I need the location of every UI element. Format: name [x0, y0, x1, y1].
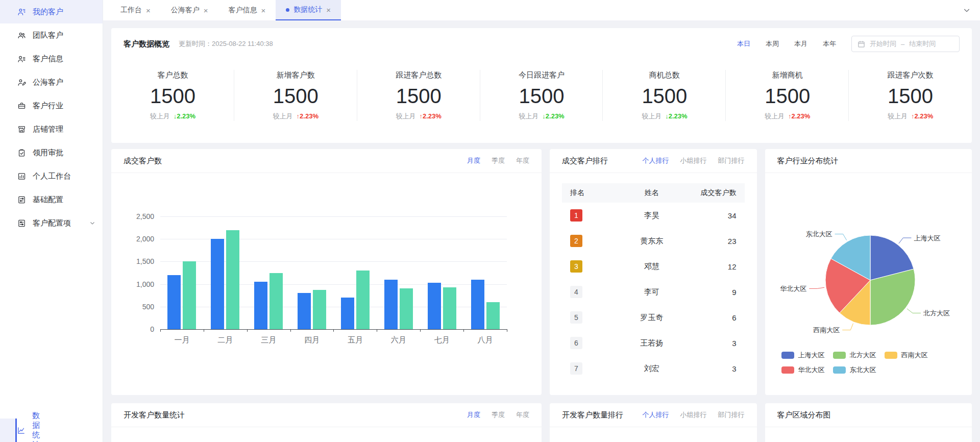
tab-数据统计[interactable]: 数据统计×	[276, 0, 341, 20]
date-range-picker[interactable]: 开始时间 – 结束时间	[851, 36, 960, 52]
table-row[interactable]: 3邓慧12	[562, 254, 745, 279]
sidebar: 我的客户团队客户客户信息公海客户客户行业店铺管理领用审批个人工作台基础配置数据统…	[0, 0, 103, 442]
table-row[interactable]: 6王若扬3	[562, 330, 745, 356]
range-本周[interactable]: 本周	[766, 39, 779, 48]
sidebar-item-个人工作台[interactable]: 个人工作台	[0, 164, 103, 188]
legend-item-北方大区[interactable]: 北方大区	[833, 351, 876, 360]
legend-item-西南大区[interactable]: 西南大区	[885, 351, 928, 360]
charts-row: 成交客户数 月度季度年度 2,5002,0001,5001,0005000一月二…	[111, 149, 972, 395]
deal-chart-header: 成交客户数 月度季度年度	[111, 149, 542, 173]
stat-compare: 较上月 ↑2.23%	[888, 112, 933, 121]
end-time-placeholder[interactable]: 结束时间	[909, 39, 936, 48]
sidebar-item-店铺管理[interactable]: 店铺管理	[0, 117, 103, 141]
bar-一月-green[interactable]	[183, 261, 196, 329]
ranking-table-header: 排名 姓名 成交客户数	[562, 183, 745, 203]
bar-七月-blue[interactable]	[428, 283, 441, 329]
sidebar-item-基础配置[interactable]: 基础配置	[0, 188, 103, 211]
sidebar-item-客户配置项[interactable]: 客户配置项	[0, 211, 103, 235]
stat-compare: 较上月 ↑2.23%	[396, 112, 441, 121]
stat-客户总数: 客户总数1500较上月 ↓2.23%	[111, 60, 234, 131]
tab-label: 数据统计	[293, 5, 322, 14]
tab-客户信息[interactable]: 客户信息×	[218, 0, 276, 20]
sidebar-item-数据统计[interactable]: 数据统计	[0, 419, 17, 442]
bar-六月-blue[interactable]	[384, 280, 398, 329]
rank-tab-个人排行[interactable]: 个人排行	[643, 156, 669, 165]
deal-tab-季度[interactable]: 季度	[492, 156, 505, 165]
stat-新增客户数: 新增客户数1500较上月 ↑2.23%	[234, 60, 357, 131]
bar-八月-blue[interactable]	[471, 280, 484, 329]
bar-四月-green[interactable]	[313, 290, 326, 329]
col-value: 成交客户数	[688, 188, 737, 198]
dev-rank-tab-部门排行[interactable]: 部门排行	[718, 410, 745, 420]
legend-item-华北大区[interactable]: 华北大区	[781, 365, 825, 375]
sidebar-item-label: 客户配置项	[33, 218, 71, 228]
bar-二月-green[interactable]	[226, 230, 239, 329]
bar-四月-blue[interactable]	[298, 293, 311, 329]
ranking-header: 成交客户排行 个人排行小组排行部门排行	[550, 149, 757, 173]
legend-item-上海大区[interactable]: 上海大区	[781, 351, 825, 360]
team-customer-icon	[17, 31, 26, 40]
table-row[interactable]: 1李昊34	[562, 203, 745, 228]
sidebar-item-团队客户[interactable]: 团队客户	[0, 23, 103, 47]
close-icon[interactable]: ×	[204, 6, 208, 15]
rank-badge: 3	[570, 260, 582, 273]
sidebar-item-我的客户[interactable]: 我的客户	[0, 0, 103, 23]
deal-ranking-card: 成交客户排行 个人排行小组排行部门排行 排名 姓名 成交客户数 1李昊342黄东…	[550, 149, 757, 395]
bar-五月-blue[interactable]	[341, 298, 354, 329]
close-icon[interactable]: ×	[261, 6, 266, 15]
dev-tab-季度[interactable]: 季度	[492, 410, 505, 420]
bar-六月-green[interactable]	[400, 288, 413, 329]
bar-八月-green[interactable]	[486, 302, 500, 329]
bar-五月-green[interactable]	[356, 271, 370, 329]
x-axis-tick	[420, 329, 421, 332]
chevron-down-icon[interactable]	[963, 0, 971, 20]
industry-briefcase-icon	[17, 101, 26, 110]
dev-rank-tab-个人排行[interactable]: 个人排行	[643, 410, 669, 420]
tab-公海客户[interactable]: 公海客户×	[161, 0, 218, 20]
sidebar-item-label: 团队客户	[33, 31, 63, 40]
sidebar-item-客户行业[interactable]: 客户行业	[0, 94, 103, 117]
dev-tab-月度[interactable]: 月度	[467, 410, 480, 420]
rank-value: 34	[688, 211, 737, 220]
close-icon[interactable]: ×	[326, 6, 331, 14]
x-axis-tick	[377, 329, 377, 332]
tab-工作台[interactable]: 工作台×	[110, 0, 161, 20]
deal-tab-年度[interactable]: 年度	[516, 156, 529, 165]
chevron-down-icon[interactable]	[89, 219, 95, 228]
dev-tab-年度[interactable]: 年度	[516, 410, 529, 420]
rank-tab-部门排行[interactable]: 部门排行	[718, 156, 745, 165]
legend-swatch	[885, 352, 897, 359]
legend-item-东北大区[interactable]: 东北大区	[833, 365, 876, 375]
bar-二月-blue[interactable]	[211, 239, 224, 329]
bar-七月-green[interactable]	[443, 287, 456, 329]
y-axis-tick: 2,500	[136, 212, 154, 220]
rank-badge: 7	[570, 362, 582, 375]
range-本月[interactable]: 本月	[794, 39, 807, 48]
x-axis-tick	[204, 329, 204, 332]
shop-icon	[17, 125, 26, 134]
sidebar-item-公海客户[interactable]: 公海客户	[0, 70, 103, 94]
pie-callout-line	[835, 234, 846, 240]
dev-rank-tab-小组排行[interactable]: 小组排行	[680, 410, 707, 420]
sidebar-item-客户信息[interactable]: 客户信息	[0, 47, 103, 70]
stat-compare: 较上月 ↓2.23%	[519, 112, 564, 121]
bar-一月-blue[interactable]	[167, 275, 181, 329]
rank-tab-小组排行[interactable]: 小组排行	[680, 156, 707, 165]
close-icon[interactable]: ×	[146, 6, 151, 15]
bar-三月-blue[interactable]	[254, 282, 267, 329]
range-本年[interactable]: 本年	[823, 39, 836, 48]
bar-三月-green[interactable]	[270, 273, 283, 330]
pie-chart: 上海大区北方大区西南大区华北大区东北大区上海大区北方大区西南大区华北大区东北大区	[765, 173, 972, 395]
table-row[interactable]: 5罗玉奇6	[562, 305, 745, 330]
table-row[interactable]: 7刘宏3	[562, 356, 745, 381]
stat-value: 1500	[519, 86, 565, 106]
develop-customers-chart-card: 开发客户数量统计 月度季度年度	[111, 403, 542, 442]
start-time-placeholder[interactable]: 开始时间	[870, 39, 896, 48]
table-row[interactable]: 2黄东东23	[562, 228, 745, 254]
x-axis-label: 八月	[478, 335, 493, 345]
sidebar-item-领用审批[interactable]: 领用审批	[0, 141, 103, 164]
table-row[interactable]: 4李可9	[562, 279, 745, 305]
deal-tab-月度[interactable]: 月度	[467, 156, 480, 165]
legend-swatch	[781, 366, 794, 374]
range-本日[interactable]: 本日	[737, 39, 750, 48]
